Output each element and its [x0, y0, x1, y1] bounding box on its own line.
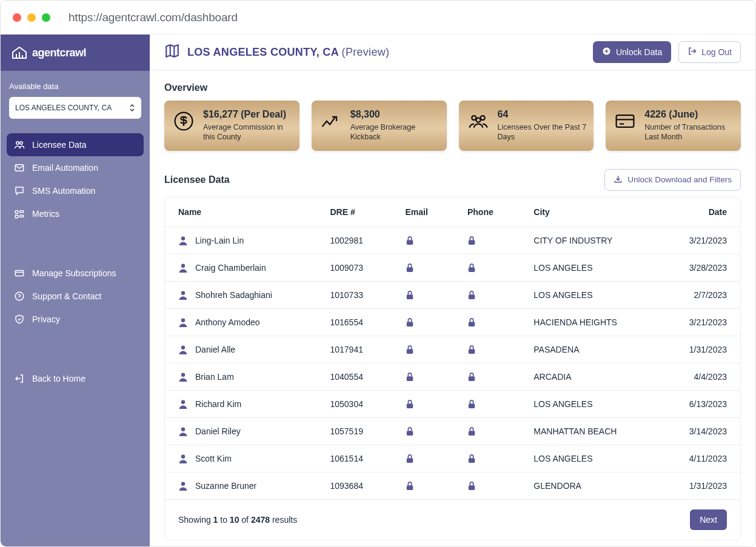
sidebar-item-label: Support & Contact	[32, 291, 101, 301]
column-header[interactable]: Phone	[454, 197, 520, 227]
phone-locked[interactable]	[454, 254, 520, 282]
sidebar-item-manage-subscriptions[interactable]: Manage Subscriptions	[7, 262, 144, 285]
region-select[interactable]: LOS ANGELES COUNTY, CA	[9, 97, 141, 119]
sidebar-item-licensee-data[interactable]: Licensee Data	[7, 133, 144, 156]
table-row[interactable]: Daniel Riley1057519MANHATTAN BEACH3/14/2…	[165, 418, 740, 445]
page-title: LOS ANGELES COUNTY, CA (Preview)	[187, 46, 389, 59]
svg-rect-37	[406, 431, 413, 436]
date: 6/13/2023	[659, 391, 740, 418]
table-row[interactable]: Scott Kim1061514LOS ANGELES4/11/2023	[165, 445, 740, 472]
overview-heading: Overview	[164, 82, 741, 93]
window-close-icon[interactable]	[13, 13, 21, 22]
column-header[interactable]: Name	[165, 197, 316, 227]
table-row[interactable]: Suzanne Bruner1093684GLENDORA1/31/2023	[165, 472, 740, 500]
dre-number: 1009073	[316, 254, 392, 282]
sidebar-item-label: Privacy	[32, 314, 60, 324]
person-icon	[178, 372, 188, 382]
dre-number: 1040554	[316, 363, 392, 391]
overview-card: 4226 (June)Number of Transactions Last M…	[606, 101, 741, 151]
column-header[interactable]: Date	[659, 197, 740, 227]
sidebar-item-privacy[interactable]: Privacy	[7, 308, 144, 331]
licensee-name: Brian Lam	[195, 372, 234, 382]
svg-rect-17	[469, 240, 475, 245]
email-locked[interactable]	[392, 282, 454, 309]
svg-point-30	[181, 373, 185, 376]
svg-rect-26	[469, 322, 475, 327]
licensee-name: Suzanne Bruner	[195, 481, 256, 491]
table-row[interactable]: Richard Kim1050304LOS ANGELES6/13/2023	[165, 391, 740, 418]
svg-point-39	[181, 454, 185, 458]
download-icon	[614, 174, 623, 185]
email-locked[interactable]	[392, 391, 454, 418]
svg-rect-6	[20, 215, 24, 217]
sidebar-item-email-automation[interactable]: Email Automation	[7, 156, 144, 179]
table-row[interactable]: Ling-Lain Lin1002981CITY OF INDUSTRY3/21…	[165, 227, 740, 254]
card-value: $16,277 (Per Deal)	[203, 109, 292, 120]
date: 4/11/2023	[659, 445, 740, 472]
sidebar-item-sms-automation[interactable]: SMS Automation	[7, 179, 144, 202]
svg-rect-41	[469, 458, 475, 463]
table-row[interactable]: Craig Chamberlain1009073LOS ANGELES3/28/…	[165, 254, 740, 282]
email-locked[interactable]	[392, 254, 454, 282]
email-locked[interactable]	[392, 418, 454, 445]
svg-point-1	[20, 142, 23, 145]
logo[interactable]: agentcrawl	[1, 35, 150, 71]
lock-icon	[467, 481, 507, 491]
sidebar-item-support-contact[interactable]: Support & Contact	[7, 285, 144, 308]
phone-locked[interactable]	[454, 418, 520, 445]
city: MANHATTAN BEACH	[520, 418, 659, 445]
window-max-icon[interactable]	[42, 13, 50, 22]
phone-locked[interactable]	[454, 282, 520, 309]
creditcard-icon	[613, 109, 637, 133]
email-locked[interactable]	[392, 309, 454, 336]
lock-icon	[467, 372, 507, 382]
preview-badge: (Preview)	[342, 46, 390, 58]
column-header[interactable]: DRE #	[316, 197, 392, 227]
person-icon	[178, 290, 188, 300]
licensee-name: Daniel Alle	[195, 345, 235, 354]
city: PASADENA	[520, 336, 659, 363]
phone-locked[interactable]	[454, 445, 520, 472]
window-min-icon[interactable]	[27, 13, 36, 22]
help-icon	[14, 291, 25, 302]
licensee-name: Anthony Amodeo	[195, 317, 260, 327]
address-bar[interactable]: https://agentcrawl.com/dashboard	[69, 11, 238, 24]
lock-icon	[406, 317, 441, 327]
logout-button[interactable]: Log Out	[678, 41, 741, 63]
svg-rect-31	[406, 376, 413, 381]
logo-text: agentcrawl	[32, 47, 86, 59]
phone-locked[interactable]	[454, 472, 520, 500]
next-page-button[interactable]: Next	[690, 509, 727, 530]
sidebar-item-metrics[interactable]: Metrics	[7, 202, 144, 225]
email-locked[interactable]	[392, 336, 454, 363]
email-locked[interactable]	[392, 472, 454, 500]
table-row[interactable]: Shohreh Sadaghiani1010733LOS ANGELES2/7/…	[165, 282, 740, 309]
topbar: LOS ANGELES COUNTY, CA (Preview) Unlock …	[150, 35, 755, 70]
logout-icon	[687, 47, 697, 58]
table-row[interactable]: Daniel Alle1017941PASADENA1/31/2023	[165, 336, 740, 363]
phone-locked[interactable]	[454, 309, 520, 336]
unlock-data-button[interactable]: Unlock Data	[593, 41, 671, 63]
person-icon	[178, 236, 188, 245]
lock-icon	[467, 263, 507, 273]
logout-icon	[14, 373, 25, 384]
column-header[interactable]: Email	[392, 197, 454, 227]
svg-rect-34	[406, 403, 413, 408]
phone-locked[interactable]	[454, 391, 520, 418]
table-row[interactable]: Brian Lam1040554ARCADIA4/4/2023	[165, 363, 740, 391]
column-header[interactable]: City	[520, 197, 659, 227]
email-locked[interactable]	[392, 363, 454, 391]
svg-rect-23	[469, 294, 475, 299]
sidebar-item-label: SMS Automation	[32, 186, 95, 196]
phone-locked[interactable]	[454, 363, 520, 391]
phone-locked[interactable]	[454, 336, 520, 363]
lock-icon	[406, 481, 441, 491]
table-row[interactable]: Anthony Amodeo1016554HACIENDA HEIGHTS3/2…	[165, 309, 740, 336]
email-locked[interactable]	[392, 445, 454, 472]
date: 1/31/2023	[659, 472, 740, 500]
unlock-download-filters-button[interactable]: Unlock Download and Filters	[604, 169, 741, 191]
sidebar-item-back-to-home[interactable]: Back to Home	[7, 367, 144, 390]
date: 4/4/2023	[659, 363, 740, 391]
email-locked[interactable]	[392, 227, 454, 254]
phone-locked[interactable]	[454, 227, 520, 254]
